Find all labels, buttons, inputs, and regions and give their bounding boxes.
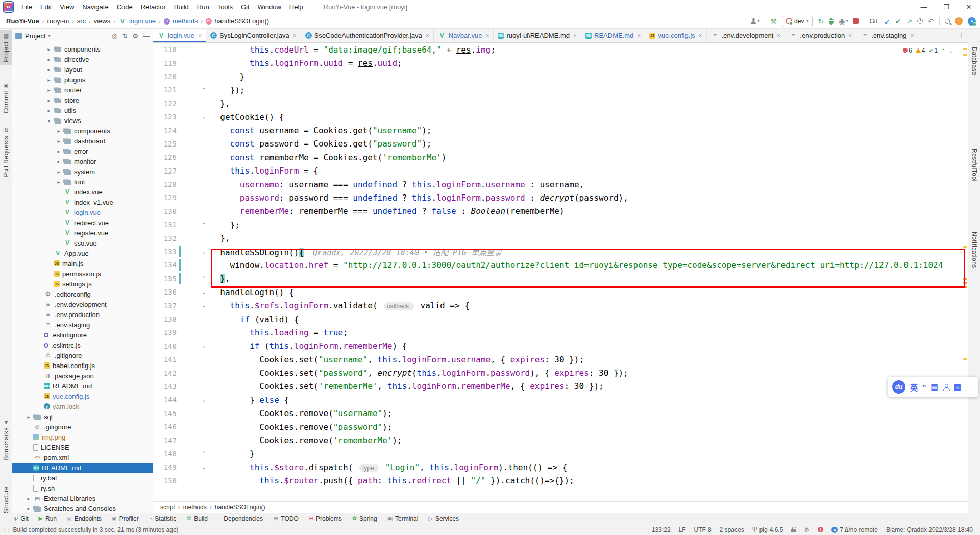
line-number[interactable]: 126 — [153, 153, 177, 161]
tree-item-README.md[interactable]: MDREADME.md — [12, 463, 153, 473]
line-number[interactable]: 140 — [153, 342, 177, 350]
tree-item-permission.js[interactable]: JSpermission.js — [12, 269, 153, 279]
line-number[interactable]: 125 — [153, 140, 177, 148]
tree-item-External Libraries[interactable]: ▸▤External Libraries — [12, 493, 153, 503]
prev-problem-icon[interactable]: ⌃ — [941, 48, 945, 54]
error-stripe-mark[interactable] — [963, 48, 967, 50]
stripe-project[interactable]: ▦Project — [0, 30, 12, 65]
tree-item-babel.config.js[interactable]: JSbabel.config.js — [12, 360, 153, 371]
code-line-119[interactable]: 119 this.loginForm.uuid = res.uuid; — [153, 56, 968, 69]
line-number[interactable]: 142 — [153, 369, 177, 377]
status-item[interactable]: UTF-8 — [694, 526, 712, 533]
menu-run[interactable]: Run — [193, 0, 213, 14]
line-number[interactable]: 129 — [153, 193, 177, 202]
code-line-129[interactable]: 129 password: password === undefined ? t… — [153, 191, 968, 204]
tab-.env.staging[interactable]: ≡.env.staging× — [856, 29, 918, 42]
line-number[interactable]: 149 — [153, 463, 177, 471]
line-number[interactable]: 119 — [153, 59, 177, 67]
tab-close-icon[interactable]: × — [426, 32, 429, 39]
ime-panel-icon[interactable]: ▤ — [931, 382, 938, 392]
code-line-140[interactable]: 140⌄ if (this.loginForm.rememberMe) { — [153, 339, 968, 353]
ime-punctuation-icon[interactable]: ” — [922, 383, 926, 392]
debug-button[interactable] — [829, 18, 834, 25]
tab-.env.production[interactable]: ≡.env.production× — [785, 29, 856, 42]
tree-item-plugins[interactable]: ▸plugins — [12, 75, 153, 85]
menu-tools[interactable]: Tools — [213, 0, 237, 14]
panel-settings-icon[interactable]: ⚙ — [132, 32, 138, 40]
tree-item-directive[interactable]: ▸directive — [12, 54, 153, 64]
line-number[interactable]: 148 — [153, 450, 177, 458]
line-number[interactable]: 143 — [153, 382, 177, 391]
stripe-pull-requests[interactable]: ⇅Pull Requests — [0, 124, 12, 180]
tree-item-img.png[interactable]: img.png — [12, 432, 153, 442]
tree-item-components[interactable]: ▸components — [12, 44, 153, 54]
breadcrumb-item[interactable]: views — [93, 17, 112, 25]
tree-item-register.vue[interactable]: Vregister.vue — [12, 228, 153, 238]
code-line-127[interactable]: 127 this.loginForm = { — [153, 164, 968, 178]
menu-navigate[interactable]: Navigate — [78, 0, 112, 14]
error-stripe-mark[interactable] — [963, 54, 967, 56]
status-item[interactable]: 2 spaces — [720, 526, 744, 533]
status-item[interactable]: Blame: Qraddx 2022/3/28 18:40 — [886, 526, 973, 533]
tabs-more-icon[interactable]: ⋮ — [958, 31, 965, 39]
line-number[interactable]: 137 — [153, 302, 177, 310]
status-item[interactable] — [791, 527, 796, 532]
line-number[interactable]: 127 — [153, 167, 177, 175]
tab-close-icon[interactable]: × — [777, 32, 780, 39]
code-line-141[interactable]: 141 Cookies.set("username", this.loginFo… — [153, 353, 968, 366]
tab-close-icon[interactable]: × — [699, 32, 702, 39]
tab-Navbar.vue[interactable]: VNavbar.vue× — [434, 29, 494, 42]
line-number[interactable]: 130 — [153, 207, 177, 215]
tree-item-yarn.lock[interactable]: yyarn.lock — [12, 401, 153, 411]
code-line-149[interactable]: 149⌄ this.$store.dispatch( type: "Login"… — [153, 460, 968, 474]
line-number[interactable]: 138 — [153, 315, 177, 323]
line-number[interactable]: 144 — [153, 396, 177, 404]
line-number[interactable]: 123 — [153, 113, 177, 121]
tree-item-pom.xml[interactable]: <>pom.xml — [12, 452, 153, 463]
tree-item-Scratches and Consoles[interactable]: ▸Scratches and Consoles — [12, 503, 153, 513]
code-editor[interactable]: 118 this.codeUrl = "data:image/gif;base6… — [153, 43, 968, 501]
line-number[interactable]: 128 — [153, 180, 177, 188]
toolwindow-spring[interactable]: ✿Spring — [352, 515, 377, 522]
tab-close-icon[interactable]: × — [485, 32, 489, 39]
code-line-125[interactable]: 125 const password = Cookies.get("passwo… — [153, 137, 968, 151]
line-number[interactable]: 132 — [153, 234, 177, 242]
line-number[interactable]: 124 — [153, 127, 177, 135]
code-line-126[interactable]: 126 const rememberMe = Cookies.get('reme… — [153, 151, 968, 164]
tree-item-index_v1.vue[interactable]: Vindex_v1.vue — [12, 197, 153, 207]
avatar[interactable]: A — [968, 17, 976, 26]
code-breadcrumb-handleSSOLogin()[interactable]: handleSSOLogin() — [215, 504, 265, 511]
code-line-143[interactable]: 143 Cookies.set('rememberMe', this.login… — [153, 380, 968, 393]
line-number[interactable]: 131 — [153, 221, 177, 229]
breadcrumb-item[interactable]: RuoYi-Vue — [5, 17, 40, 25]
menu-edit[interactable]: Edit — [36, 0, 56, 14]
breadcrumb-item[interactable]: Vlogin.vue — [117, 17, 157, 26]
expand-collapse-icon[interactable]: ⇅ — [122, 32, 128, 40]
tree-item-README.md[interactable]: MDREADME.md — [12, 381, 153, 391]
tab-README.md[interactable]: MDREADME.md× — [581, 29, 645, 42]
maximize-button[interactable]: ❐ — [935, 0, 958, 14]
code-line-137[interactable]: 137⌄ this.$refs.loginForm.validate( call… — [153, 299, 968, 312]
toolwindow-endpoints[interactable]: ◎Endpoints — [67, 515, 102, 522]
tree-item-redirect.vue[interactable]: Vredirect.vue — [12, 217, 153, 228]
tab-SysLoginController.java[interactable]: CSysLoginController.java× — [206, 29, 301, 42]
line-number[interactable]: 134 — [153, 261, 177, 269]
line-number[interactable]: 122 — [153, 100, 177, 108]
line-number[interactable]: 146 — [153, 423, 177, 431]
tree-item-ry.bat[interactable]: ry.bat — [12, 473, 153, 483]
line-number[interactable]: 150 — [153, 477, 177, 485]
tree-item-App.vue[interactable]: VApp.vue — [12, 248, 153, 258]
run-config-selector[interactable]: dev ▾ — [782, 16, 813, 27]
toolwindow-problems[interactable]: ⊖Problems — [309, 515, 342, 522]
toolwindow-dependencies[interactable]: ≡Dependencies — [218, 515, 263, 522]
status-item[interactable]: 133:22 — [652, 526, 671, 533]
code-line-139[interactable]: 139 this.loading = true; — [153, 326, 968, 339]
ime-grid-icon[interactable]: ▦ — [954, 382, 961, 392]
ime-account-icon[interactable] — [943, 384, 949, 391]
toolwindow-services[interactable]: ▷Services — [428, 515, 458, 522]
status-item[interactable]: ▲7 Δ/no remote — [831, 526, 878, 533]
status-message[interactable]: Build completed successfully in 3 sec, 2… — [13, 526, 178, 533]
stripe-database[interactable]: Database — [968, 44, 980, 78]
tree-item-sql[interactable]: ▸sql — [12, 411, 153, 422]
code-line-121[interactable]: 121⌃ }); — [153, 83, 968, 96]
